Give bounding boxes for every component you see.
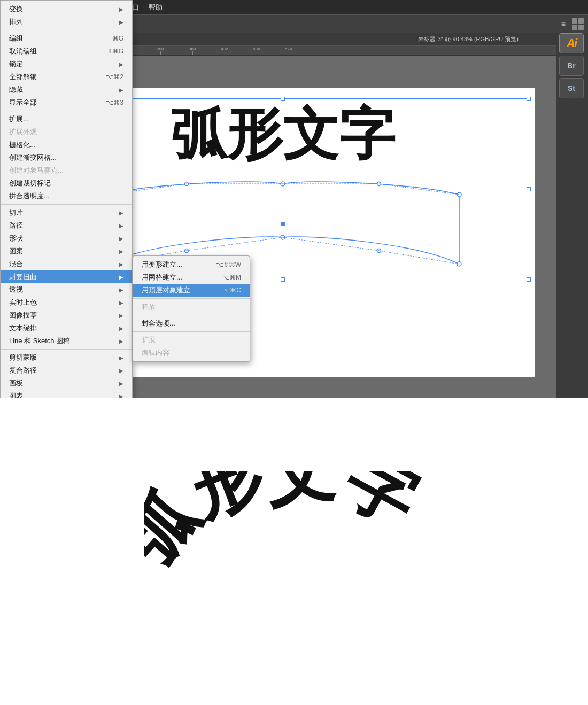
submenu-item-edit-content: 编辑内容 — [133, 346, 250, 359]
shortcut-show-all: ⌥⌘3 — [95, 99, 123, 106]
menu-item-blend[interactable]: 混合 ▶ — [1, 258, 132, 270]
menu-arrow-shape: ▶ — [119, 236, 123, 242]
menu-item-slice[interactable]: 切片 ▶ — [1, 206, 132, 219]
separator — [1, 349, 132, 350]
menu-item-unlock-all[interactable]: 全部解锁 ⌥⌘2 — [1, 71, 132, 83]
menu-item-graph[interactable]: 图表 ▶ — [1, 390, 132, 398]
submenu-item-mesh[interactable]: 用网格建立... ⌥⌘M — [133, 271, 250, 284]
submenu-item-warp[interactable]: 用变形建立... ⌥⇧⌘W — [133, 258, 250, 271]
shortcut-top-object: ⌥⌘C — [212, 286, 241, 294]
dropdown-overlay: 变换 ▶ 排列 ▶ 编组 ⌘G 取消编组 ⇧⌘G 锁定 ▶ — [0, 0, 588, 398]
menu-item-shape[interactable]: 形状 ▶ — [1, 232, 132, 245]
menu-item-path[interactable]: 路径 ▶ — [1, 219, 132, 232]
menu-item-live-paint[interactable]: 实时上色 ▶ — [1, 296, 132, 309]
menu-item-hide[interactable]: 隐藏 ▶ — [1, 83, 132, 96]
menu-item-ungroup[interactable]: 取消编组 ⇧⌘G — [1, 45, 132, 58]
submenu-item-expand: 扩展 — [133, 334, 250, 346]
separator — [1, 204, 132, 205]
app-section: 对象 文字 选择 效果 视图 窗口 帮助 不透明度: 100% ▲ ▼ 对齐 变… — [0, 0, 588, 398]
menu-item-compound-path[interactable]: 复合路径 ▶ — [1, 364, 132, 377]
separator — [133, 315, 250, 315]
menu-item-lock[interactable]: 锁定 ▶ — [1, 58, 132, 71]
menu-item-pattern[interactable]: 图案 ▶ — [1, 245, 132, 258]
menu-arrow-line-sketch: ▶ — [119, 338, 123, 344]
menu-item-clipping-mask[interactable]: 剪切蒙版 ▶ — [1, 351, 132, 364]
menu-arrow-text-wrap: ▶ — [119, 326, 123, 331]
menu-arrow-pattern: ▶ — [119, 249, 123, 254]
menu-item-group[interactable]: 编组 ⌘G — [1, 32, 132, 45]
menu-arrow-live-paint: ▶ — [119, 300, 123, 306]
menu-item-crop-marks[interactable]: 创建裁切标记 — [1, 177, 132, 190]
envelope-submenu: 用变形建立... ⌥⇧⌘W 用网格建立... ⌥⌘M 用顶层对象建立 ⌥⌘C 释… — [133, 255, 250, 362]
menu-arrow-lock: ▶ — [119, 61, 123, 67]
menu-arrow-path: ▶ — [119, 223, 123, 229]
submenu-item-top-object[interactable]: 用顶层对象建立 ⌥⌘C — [133, 284, 250, 297]
shortcut-mesh: ⌥⌘M — [211, 274, 241, 281]
menu-item-perspective[interactable]: 透视 ▶ — [1, 283, 132, 296]
menu-item-expand-appearance: 扩展外观 — [1, 126, 132, 138]
submenu-item-release: 释放 — [133, 300, 250, 313]
arc-text-svg: 弧形文字 — [144, 471, 444, 632]
separator — [1, 30, 132, 30]
bottom-section: 弧形文字 — [0, 398, 588, 705]
menu-item-show-all[interactable]: 显示全部 ⌥⌘3 — [1, 96, 132, 109]
separator — [133, 331, 250, 332]
shortcut-ungroup: ⇧⌘G — [96, 48, 123, 55]
separator — [133, 298, 250, 299]
menu-item-expand[interactable]: 扩展... — [1, 113, 132, 126]
menu-item-text-wrap[interactable]: 文本绕排 ▶ — [1, 322, 132, 335]
svg-text:弧形文字: 弧形文字 — [144, 471, 430, 580]
separator — [1, 111, 132, 111]
menu-item-flatten-transparency[interactable]: 拼合透明度... — [1, 190, 132, 203]
submenu-item-options[interactable]: 封套选项... — [133, 317, 250, 330]
menu-arrow-artboard: ▶ — [119, 381, 123, 386]
menu-arrow-transform: ▶ — [119, 6, 123, 12]
arc-text-result: 弧形文字 — [134, 466, 454, 637]
menu-item-envelope[interactable]: 封套扭曲 ▶ — [1, 270, 132, 283]
menu-arrow-arrange: ▶ — [119, 19, 123, 25]
menu-item-arrange[interactable]: 排列 ▶ — [1, 16, 132, 28]
menu-item-gradient-mesh[interactable]: 创建渐变网格... — [1, 151, 132, 164]
menu-arrow-perspective: ▶ — [119, 287, 123, 293]
main-menu: 变换 ▶ 排列 ▶ 编组 ⌘G 取消编组 ⇧⌘G 锁定 ▶ — [0, 0, 133, 398]
shortcut-group: ⌘G — [102, 35, 123, 42]
menu-arrow-envelope: ▶ — [119, 274, 123, 280]
menu-arrow-graph: ▶ — [119, 393, 123, 399]
menu-item-image-trace[interactable]: 图像描摹 ▶ — [1, 309, 132, 322]
menu-arrow-hide: ▶ — [119, 87, 123, 93]
menu-item-transform[interactable]: 变换 ▶ — [1, 3, 132, 16]
menu-arrow-clipping-mask: ▶ — [119, 355, 123, 361]
menu-arrow-slice: ▶ — [119, 210, 123, 216]
menu-arrow-compound-path: ▶ — [119, 368, 123, 374]
menu-item-artboard[interactable]: 画板 ▶ — [1, 377, 132, 390]
shortcut-warp: ⌥⇧⌘W — [205, 261, 241, 268]
menu-arrow-image-trace: ▶ — [119, 313, 123, 319]
menu-arrow-blend: ▶ — [119, 261, 123, 267]
menu-item-rasterize[interactable]: 栅格化... — [1, 138, 132, 151]
shortcut-unlock: ⌥⌘2 — [95, 73, 123, 81]
menu-item-line-sketch[interactable]: Line 和 Sketch 图稿 ▶ — [1, 335, 132, 347]
menu-item-mosaic: 创建对象马赛克... — [1, 164, 132, 177]
